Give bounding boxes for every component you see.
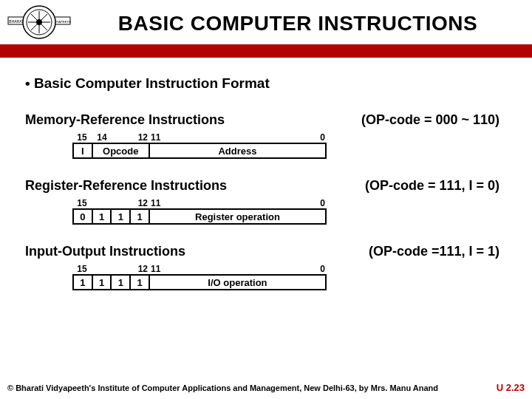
content: • Basic Computer Instruction Format Memo… (0, 58, 532, 290)
bit-label: 14 (92, 132, 112, 143)
field-address: Address (150, 144, 325, 157)
bit-label: 11 (149, 198, 164, 208)
bit-label: 15 (72, 198, 92, 208)
header: BHARATI VIDYAPEETH BASIC COMPUTER INSTRU… (0, 0, 532, 44)
sec3-title: Input-Output Instructions (25, 244, 185, 259)
sec1-title: Memory-Reference Instructions (25, 112, 225, 128)
sec3-opcode: (OP-code =111, I = 1) (369, 244, 507, 259)
slide-title: BASIC COMPUTER INSTRUCTIONS (72, 12, 526, 35)
sec2-opcode: (OP-code = 111, I = 0) (365, 178, 507, 194)
sec1-opcode: (OP-code = 000 ~ 110) (361, 112, 507, 128)
bit-label: 15 (72, 264, 92, 274)
institute-logo: BHARATI VIDYAPEETH (6, 3, 72, 44)
bullet-heading: • Basic Computer Instruction Format (25, 75, 507, 92)
field-bit: 1 (131, 210, 150, 223)
bit-label: 0 (312, 132, 327, 143)
bit-label: 0 (312, 264, 327, 274)
svg-point-8 (36, 19, 42, 25)
section-io: Input-Output Instructions (OP-code =111,… (25, 244, 507, 290)
field-bit: 1 (112, 210, 131, 223)
field-bit: 1 (93, 276, 112, 289)
sec2-title: Register-Reference Instructions (25, 178, 227, 194)
copyright: © Bharati Vidyapeeth's Institute of Comp… (7, 383, 438, 392)
field-register-op: Register operation (150, 210, 325, 223)
bit-label: 12 (134, 198, 149, 208)
field-bit: 0 (74, 210, 93, 223)
title-underline (0, 44, 532, 58)
page-number: U 2.23 (497, 382, 525, 393)
field-io-op: I/O operation (150, 276, 325, 289)
field-bit: 1 (93, 210, 112, 223)
bit-label: 12 (134, 264, 149, 274)
section-memory-ref: Memory-Reference Instructions (OP-code =… (25, 112, 507, 159)
bit-label: 11 (149, 264, 164, 274)
bit-label: 15 (72, 132, 92, 143)
section-register-ref: Register-Reference Instructions (OP-code… (25, 178, 507, 225)
footer: © Bharati Vidyapeeth's Institute of Comp… (0, 382, 532, 399)
bit-label: 12 (112, 132, 149, 143)
field-opcode: Opcode (93, 144, 150, 157)
bit-label: 11 (149, 132, 164, 143)
bit-label: 0 (312, 198, 327, 208)
field-bit: 1 (131, 276, 150, 289)
field-i: I (74, 144, 93, 157)
field-bit: 1 (74, 276, 93, 289)
field-bit: 1 (112, 276, 131, 289)
